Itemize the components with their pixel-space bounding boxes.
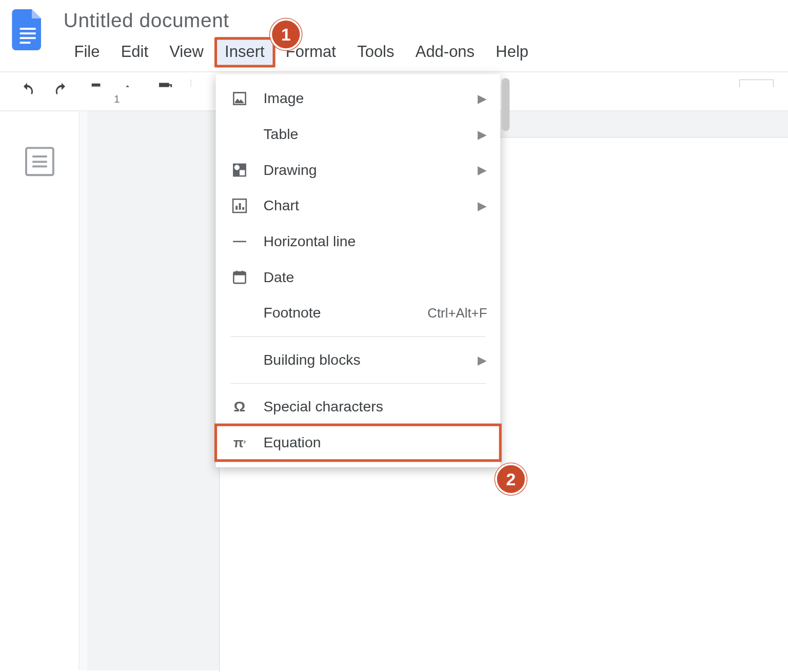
menu-separator xyxy=(230,336,486,337)
menu-item-chart[interactable]: Chart ▶ xyxy=(216,188,501,224)
menu-item-table[interactable]: Table ▶ xyxy=(216,116,501,152)
menu-item-image[interactable]: Image ▶ xyxy=(216,81,501,116)
omega-icon: Ω xyxy=(230,398,249,416)
ruler-mark: 1 xyxy=(114,93,120,105)
svg-rect-10 xyxy=(242,207,244,210)
blank-icon xyxy=(230,304,249,322)
undo-icon xyxy=(18,82,36,102)
menu-item-footnote[interactable]: Footnote Ctrl+Alt+F xyxy=(216,295,501,331)
svg-rect-0 xyxy=(20,28,36,30)
svg-rect-11 xyxy=(233,241,246,243)
menu-item-special-characters[interactable]: Ω Special characters xyxy=(216,389,501,425)
chart-icon xyxy=(230,196,249,215)
insert-dropdown: Image ▶ Table ▶ Drawing ▶ Chart ▶ xyxy=(216,74,501,467)
menu-tools[interactable]: Tools xyxy=(347,37,405,67)
horizontal-line-icon xyxy=(230,232,249,251)
submenu-arrow-icon: ▶ xyxy=(478,127,487,142)
menu-item-label: Table xyxy=(263,126,463,143)
redo-icon xyxy=(53,82,70,102)
menu-item-horizontal-line[interactable]: Horizontal line xyxy=(216,224,501,260)
callout-badge-2: 2 xyxy=(495,463,527,495)
menu-item-drawing[interactable]: Drawing ▶ xyxy=(216,152,501,188)
svg-rect-2 xyxy=(20,37,36,39)
menu-item-label: Drawing xyxy=(263,162,463,179)
menu-file[interactable]: File xyxy=(64,37,110,67)
menu-item-label: Image xyxy=(263,90,463,107)
date-icon xyxy=(230,268,249,286)
menu-separator xyxy=(230,383,486,384)
blank-icon xyxy=(230,125,249,144)
menu-item-equation[interactable]: π² Equation xyxy=(216,425,501,461)
menu-insert[interactable]: Insert xyxy=(214,37,275,67)
left-rail xyxy=(0,111,80,670)
svg-rect-13 xyxy=(233,272,245,275)
svg-rect-15 xyxy=(242,271,243,273)
undo-button[interactable] xyxy=(14,79,40,104)
outline-icon[interactable] xyxy=(25,147,54,176)
menu-item-label: Building blocks xyxy=(263,351,463,369)
menubar: File Edit View Insert Format Tools Add-o… xyxy=(64,37,539,67)
menu-item-date[interactable]: Date xyxy=(216,260,501,295)
vertical-ruler xyxy=(80,111,87,670)
redo-button[interactable] xyxy=(49,79,74,104)
submenu-arrow-icon: ▶ xyxy=(478,199,487,213)
blank-icon xyxy=(230,351,249,369)
svg-rect-3 xyxy=(20,42,31,44)
shortcut-label: Ctrl+Alt+F xyxy=(427,305,487,321)
pi-icon: π² xyxy=(230,433,249,452)
menu-item-building-blocks[interactable]: Building blocks ▶ xyxy=(216,342,501,378)
menu-item-label: Equation xyxy=(263,434,487,451)
drawing-icon xyxy=(230,161,249,179)
menu-item-label: Horizontal line xyxy=(263,233,487,250)
submenu-arrow-icon: ▶ xyxy=(478,353,487,367)
menu-addons[interactable]: Add-ons xyxy=(405,37,485,67)
image-icon xyxy=(230,89,249,108)
svg-rect-8 xyxy=(235,206,238,210)
svg-rect-6 xyxy=(240,170,245,175)
menu-item-label: Chart xyxy=(263,197,463,214)
scrollbar[interactable] xyxy=(502,78,509,131)
menu-edit[interactable]: Edit xyxy=(110,37,159,67)
svg-rect-14 xyxy=(237,271,238,273)
svg-rect-1 xyxy=(20,32,36,34)
menu-item-label: Special characters xyxy=(263,399,487,416)
docs-logo[interactable] xyxy=(9,7,46,53)
menu-view[interactable]: View xyxy=(159,37,214,67)
submenu-arrow-icon: ▶ xyxy=(478,91,487,106)
menu-help[interactable]: Help xyxy=(485,37,539,67)
submenu-arrow-icon: ▶ xyxy=(478,163,487,177)
menu-item-label: Date xyxy=(263,269,487,286)
svg-rect-9 xyxy=(239,203,241,210)
menu-item-label: Footnote xyxy=(263,304,412,322)
svg-point-5 xyxy=(234,165,240,170)
callout-badge-1: 1 xyxy=(270,18,302,50)
